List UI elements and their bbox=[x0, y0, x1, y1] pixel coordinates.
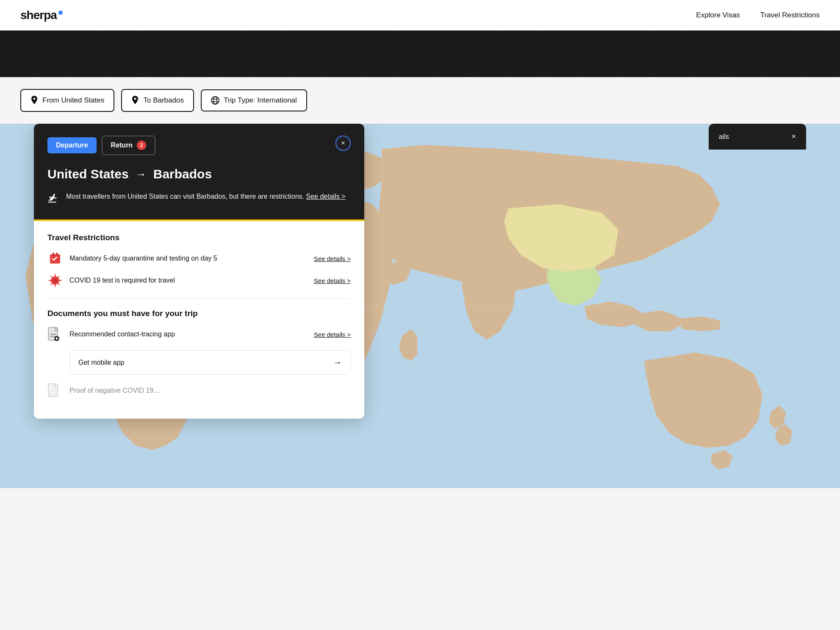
summary-see-details-link[interactable]: See details > bbox=[306, 193, 345, 200]
main-modal: Departure Return 2 × United States → Bar… bbox=[34, 124, 364, 419]
covid-icon bbox=[47, 273, 63, 288]
svg-point-12 bbox=[53, 278, 57, 283]
from-selector[interactable]: From United States bbox=[20, 89, 114, 112]
contact-tracing-see-details[interactable]: See details > bbox=[314, 331, 351, 338]
restriction-summary: Most travellers from United States can v… bbox=[47, 190, 351, 206]
more-docs-partial-text: Proof of negative COVID 19... bbox=[69, 387, 351, 394]
modal-close-button[interactable]: × bbox=[335, 136, 351, 151]
svg-rect-10 bbox=[56, 253, 58, 256]
svg-point-0 bbox=[211, 97, 219, 104]
modal-dark-section: Departure Return 2 × United States → Bar… bbox=[34, 124, 364, 219]
location-pin-icon bbox=[30, 96, 38, 105]
summary-text: Most travellers from United States can v… bbox=[66, 193, 304, 200]
logo[interactable]: sherpa bbox=[20, 8, 63, 22]
to-label: To Barbados bbox=[143, 96, 183, 105]
modal-light-section: Travel Restrictions Mandatory 5-day quar… bbox=[34, 221, 364, 419]
to-selector[interactable]: To Barbados bbox=[121, 89, 194, 112]
from-label: From United States bbox=[42, 96, 104, 105]
route-from: United States bbox=[47, 167, 129, 181]
documents-title: Documents you must have for your trip bbox=[47, 309, 351, 318]
return-badge: 2 bbox=[137, 141, 146, 150]
trip-type-label: Trip Type: International bbox=[224, 96, 297, 105]
route-title: United States → Barbados bbox=[47, 167, 351, 181]
tab-return[interactable]: Return 2 bbox=[102, 136, 156, 155]
contact-tracing-text: Recommended contact-tracing app bbox=[69, 330, 307, 338]
nav: Explore Visas Travel Restrictions bbox=[696, 11, 820, 19]
quarantine-text: Mandatory 5-day quarantine and testing o… bbox=[69, 255, 307, 262]
arrow-right-icon: → bbox=[333, 358, 342, 367]
mobile-app-label: Get mobile app bbox=[78, 359, 125, 366]
header: sherpa Explore Visas Travel Restrictions bbox=[0, 0, 840, 31]
secondary-modal-close[interactable]: × bbox=[791, 132, 796, 141]
doc-contact-tracing: Recommended contact-tracing app See deta… bbox=[47, 327, 351, 342]
get-mobile-app-button[interactable]: Get mobile app → bbox=[69, 350, 351, 375]
tab-departure[interactable]: Departure bbox=[47, 137, 97, 153]
map-container: Departure Return 2 × United States → Bar… bbox=[0, 124, 840, 488]
hero-map-strip bbox=[0, 31, 840, 77]
restriction-summary-text: Most travellers from United States can v… bbox=[66, 191, 345, 202]
svg-point-1 bbox=[213, 97, 217, 104]
restrictions-title: Travel Restrictions bbox=[47, 233, 351, 242]
restriction-quarantine: Mandatory 5-day quarantine and testing o… bbox=[47, 251, 351, 266]
close-icon: × bbox=[341, 139, 345, 147]
documents-section: Documents you must have for your trip bbox=[47, 309, 351, 398]
covid-test-see-details[interactable]: See details > bbox=[314, 277, 351, 284]
quarantine-see-details[interactable]: See details > bbox=[314, 255, 351, 262]
svg-rect-27 bbox=[48, 384, 58, 397]
doc-icon bbox=[47, 327, 63, 342]
travel-restrictions-section: Travel Restrictions Mandatory 5-day quar… bbox=[47, 233, 351, 288]
plane-icon bbox=[47, 192, 59, 206]
doc-icon-2 bbox=[47, 383, 63, 398]
search-area: From United States To Barbados Trip Type… bbox=[0, 77, 840, 124]
tab-return-label: Return bbox=[111, 142, 133, 149]
trip-type-selector[interactable]: Trip Type: International bbox=[201, 89, 307, 111]
route-to: Barbados bbox=[153, 167, 212, 181]
secondary-modal: ails × bbox=[709, 124, 806, 150]
logo-text: sherpa bbox=[20, 8, 57, 22]
doc-partial: Proof of negative COVID 19... bbox=[47, 383, 351, 398]
globe-icon bbox=[211, 96, 219, 105]
secondary-modal-text: ails bbox=[719, 133, 729, 141]
nav-explore-visas[interactable]: Explore Visas bbox=[696, 11, 740, 19]
route-arrow-icon: → bbox=[136, 168, 147, 181]
quarantine-icon bbox=[47, 251, 63, 266]
location-pin-icon-2 bbox=[131, 96, 139, 105]
modal-tabs: Departure Return 2 × bbox=[47, 136, 351, 155]
covid-test-text: COVID 19 test is required for travel bbox=[69, 277, 307, 284]
svg-rect-9 bbox=[53, 253, 54, 256]
restriction-covid-test: COVID 19 test is required for travel See… bbox=[47, 273, 351, 288]
logo-dot bbox=[58, 11, 63, 15]
section-divider bbox=[47, 298, 351, 299]
nav-travel-restrictions[interactable]: Travel Restrictions bbox=[760, 11, 820, 19]
